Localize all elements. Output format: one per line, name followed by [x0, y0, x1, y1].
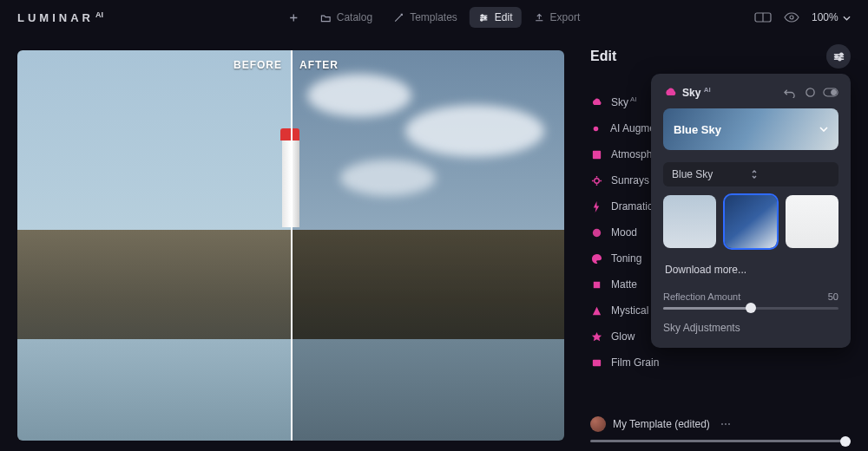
- template-amount-slider[interactable]: [590, 440, 851, 442]
- svg-point-16: [832, 89, 837, 95]
- sky-panel-title: Sky AI: [682, 86, 711, 99]
- sky-preset-hero[interactable]: Blue Sky: [663, 108, 838, 150]
- reflection-slider[interactable]: Reflection Amount 50: [663, 291, 838, 310]
- after-half: [291, 50, 564, 441]
- effect-filmgrain[interactable]: Film Grain: [590, 356, 668, 369]
- bolt-icon: [590, 200, 602, 212]
- effect-label: Sunrays: [611, 174, 649, 186]
- nav-edit[interactable]: Edit: [470, 7, 522, 28]
- sun-icon: [590, 174, 602, 186]
- svg-point-2: [481, 18, 483, 20]
- triangle-icon: [590, 304, 602, 317]
- nav-export[interactable]: Export: [525, 7, 589, 28]
- before-half: [17, 50, 291, 441]
- slider-value: 50: [828, 291, 838, 302]
- chevron-down-icon: [819, 127, 828, 132]
- star-icon: [590, 330, 602, 343]
- topbar-right: 100%: [754, 11, 851, 23]
- mask-icon[interactable]: [802, 84, 818, 100]
- nav-label: Edit: [495, 11, 513, 23]
- add-button[interactable]: [279, 8, 308, 28]
- compare-divider[interactable]: [291, 50, 293, 441]
- wand-icon: [393, 12, 404, 23]
- sky-select[interactable]: Blue Sky: [663, 162, 838, 186]
- visibility-toggle-icon[interactable]: [823, 84, 838, 100]
- slider-label: Reflection Amount: [663, 291, 740, 302]
- effect-label: Film Grain: [611, 356, 659, 369]
- effect-label: Mystical: [611, 304, 648, 317]
- svg-rect-12: [593, 281, 599, 287]
- svg-point-6: [835, 56, 838, 58]
- square-icon: [590, 278, 602, 291]
- film-icon: [590, 356, 602, 369]
- nav-label: Catalog: [337, 11, 372, 23]
- updown-icon: [751, 169, 830, 180]
- main-nav: Catalog Templates Edit Export: [279, 7, 589, 28]
- cloud-icon: [590, 96, 602, 108]
- nav-label: Templates: [410, 11, 457, 23]
- effect-label: Matte: [611, 278, 637, 291]
- sky-thumb-light-clouds[interactable]: [663, 195, 716, 248]
- grid-icon: [590, 148, 602, 160]
- effect-label: SkyAI: [611, 95, 637, 108]
- undo-icon[interactable]: [781, 84, 797, 100]
- svg-rect-9: [592, 150, 600, 158]
- svg-point-14: [806, 88, 813, 95]
- sparkle-icon: [590, 122, 602, 134]
- nav-templates[interactable]: Templates: [385, 7, 466, 28]
- panel-settings-button[interactable]: [826, 44, 851, 69]
- mood-icon: [590, 226, 602, 239]
- topbar: LUMINARAI Catalog Templates Edit: [0, 0, 868, 35]
- effect-label: Toning: [611, 252, 641, 265]
- edit-panel-header: Edit: [590, 43, 851, 69]
- cloud-icon: [663, 87, 677, 97]
- before-label: BEFORE: [233, 59, 282, 71]
- app-brand: LUMINARAI: [17, 10, 103, 24]
- svg-point-5: [839, 53, 842, 56]
- effect-label: Mood: [611, 226, 637, 239]
- slider-knob[interactable]: [840, 436, 851, 447]
- svg-point-0: [482, 15, 483, 16]
- preset-name: Blue Sky: [674, 123, 721, 136]
- svg-rect-13: [592, 359, 600, 365]
- svg-point-10: [594, 178, 599, 183]
- preview-eye-icon[interactable]: [784, 12, 799, 23]
- folder-icon: [320, 12, 332, 23]
- sky-adjustments-section[interactable]: Sky Adjustments: [663, 322, 838, 334]
- image-canvas[interactable]: BEFORE AFTER: [17, 50, 564, 441]
- effect-label: Dramatic: [611, 200, 653, 212]
- slider-knob[interactable]: [746, 303, 756, 313]
- compare-toggle-icon[interactable]: [754, 12, 772, 23]
- download-more-link[interactable]: Download more...: [663, 258, 838, 281]
- select-value: Blue Sky: [672, 168, 751, 180]
- nav-catalog[interactable]: Catalog: [312, 7, 381, 28]
- sky-tool-panel: Sky AI Blue Sky Blue Sky Download more..…: [651, 74, 851, 348]
- sky-thumbnails: [663, 195, 838, 248]
- effect-label: Glow: [611, 330, 635, 343]
- slider-track[interactable]: [663, 307, 838, 310]
- sky-panel-header: Sky AI: [663, 84, 838, 100]
- nav-label: Export: [550, 11, 581, 23]
- panel-title: Edit: [590, 49, 616, 64]
- svg-point-8: [594, 126, 599, 131]
- export-icon: [534, 12, 545, 23]
- svg-point-7: [838, 57, 840, 60]
- sky-thumb-blue-sky[interactable]: [725, 195, 778, 248]
- plus-icon: [288, 12, 299, 23]
- svg-point-11: [592, 228, 600, 236]
- sliders-icon: [478, 12, 490, 23]
- svg-point-4: [790, 16, 793, 19]
- after-label: AFTER: [299, 59, 339, 71]
- sky-thumb-overcast[interactable]: [786, 195, 838, 248]
- palette-icon: [590, 252, 602, 265]
- zoom-level[interactable]: 100%: [812, 11, 851, 23]
- svg-point-1: [484, 16, 486, 18]
